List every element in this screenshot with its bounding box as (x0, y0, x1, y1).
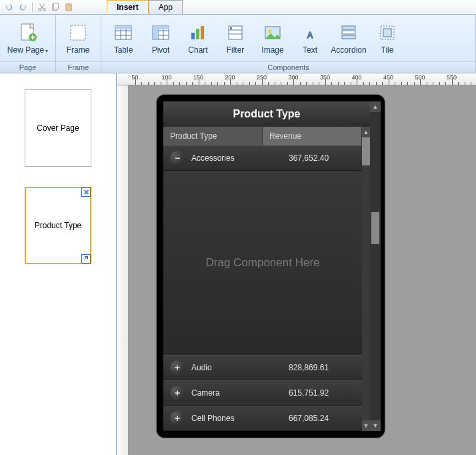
table-icon (113, 22, 134, 43)
text-icon: A (299, 22, 321, 43)
chart-icon (187, 22, 209, 43)
filter-icon (225, 22, 246, 43)
svg-rect-20 (342, 26, 355, 29)
svg-rect-1 (53, 3, 58, 9)
pivot-button[interactable]: Pivot (143, 17, 179, 61)
svg-rect-13 (196, 29, 199, 39)
row-name: Accessories (191, 153, 289, 163)
paste-button[interactable] (63, 1, 75, 13)
new-page-button[interactable]: New Page▾ (4, 17, 51, 61)
ribbon-group-frame: Frame (56, 61, 101, 73)
collapse-icon[interactable]: − (170, 151, 185, 165)
row-name: Cell Phones (191, 414, 289, 423)
data-row[interactable]: + Cell Phones 667,085.24 (163, 406, 362, 431)
column-header-revenue: Revenue (263, 127, 362, 145)
row-name: Audio (191, 363, 289, 372)
data-row[interactable]: + Camera 615,751.92 (163, 380, 362, 406)
ribbon: New Page▾ Page Frame Frame Table Pivot C… (0, 15, 476, 73)
filter-button[interactable]: Filter (217, 17, 253, 61)
row-value: 367,652.40 (289, 153, 362, 163)
scroll-up-icon[interactable]: ▲ (362, 127, 370, 137)
row-name: Camera (191, 388, 289, 398)
data-row[interactable]: − Accessories 367,652.40 (163, 145, 362, 171)
column-header-product-type: Product Type (163, 127, 263, 145)
new-page-icon (17, 22, 39, 43)
data-row[interactable]: + Audio 828,869.61 (163, 355, 362, 380)
horizontal-ruler: 50100150200250300350400450500550 (117, 73, 476, 85)
svg-rect-8 (115, 26, 131, 29)
scroll-down-icon[interactable]: ▼ (370, 420, 381, 431)
svg-rect-11 (153, 26, 169, 29)
ribbon-tabs: Insert App (107, 0, 183, 15)
svg-point-18 (268, 29, 272, 33)
accordion-button[interactable]: Accordion (329, 17, 368, 61)
drag-component-zone[interactable]: Drag Component Here (163, 171, 362, 355)
undo-button[interactable] (3, 1, 15, 13)
chart-button[interactable]: Chart (180, 17, 216, 61)
vertical-ruler (117, 85, 129, 455)
device-preview: Product Type Product Type Revenue − Acce… (157, 95, 385, 438)
table-button[interactable]: Table (105, 17, 141, 61)
image-icon (262, 22, 283, 43)
svg-text:A: A (307, 31, 313, 40)
svg-rect-24 (383, 29, 391, 37)
cut-button[interactable] (36, 1, 48, 13)
pivot-icon (150, 22, 171, 43)
svg-rect-16 (230, 27, 232, 29)
svg-rect-3 (67, 3, 70, 5)
scroll-up-icon[interactable]: ▲ (370, 101, 381, 112)
tab-app[interactable]: App (149, 0, 183, 14)
frame-icon (67, 22, 89, 43)
pages-panel: Cover Page ✕ Product Type (0, 73, 117, 455)
svg-rect-6 (71, 25, 85, 40)
svg-rect-14 (201, 26, 204, 39)
redo-button[interactable] (17, 1, 29, 13)
svg-rect-22 (342, 35, 355, 39)
expand-icon[interactable]: + (170, 386, 185, 400)
inner-scrollbar[interactable]: ▲ ▼ (362, 127, 370, 431)
tile-button[interactable]: Tile (369, 17, 405, 61)
scroll-down-icon[interactable]: ▼ (362, 420, 370, 431)
svg-rect-21 (342, 31, 355, 34)
row-value: 667,085.24 (289, 414, 362, 423)
quick-access-toolbar (0, 0, 476, 15)
row-value: 615,751.92 (289, 388, 362, 398)
row-value: 828,869.61 (289, 363, 362, 372)
ribbon-group-page: Page (0, 61, 55, 73)
accordion-icon (338, 22, 359, 43)
outer-scrollbar[interactable]: ▲ ▼ (370, 101, 381, 431)
expand-icon[interactable]: + (170, 411, 185, 426)
canvas-area[interactable]: Product Type Product Type Revenue − Acce… (117, 85, 476, 455)
column-headers: Product Type Revenue (163, 127, 362, 145)
text-button[interactable]: AText (292, 17, 328, 61)
tab-insert[interactable]: Insert (107, 0, 149, 14)
svg-rect-12 (191, 33, 195, 39)
page-thumb-label: Cover Page (37, 123, 79, 133)
page-thumb-product-type[interactable]: ✕ Product Type (25, 187, 91, 264)
device-title: Product Type (163, 101, 370, 127)
tile-icon (377, 22, 398, 43)
frame-button[interactable]: Frame (60, 17, 96, 61)
close-icon[interactable]: ✕ (81, 187, 91, 197)
copy-button[interactable] (49, 1, 61, 13)
expand-icon[interactable]: + (170, 360, 185, 375)
page-thumb-label: Product Type (35, 221, 82, 230)
page-thumb-cover[interactable]: Cover Page (25, 89, 91, 167)
ribbon-group-components: Components (101, 61, 475, 73)
image-button[interactable]: Image (255, 17, 291, 61)
expand-icon[interactable] (81, 254, 91, 264)
device-content: Product Type Product Type Revenue − Acce… (163, 101, 370, 431)
